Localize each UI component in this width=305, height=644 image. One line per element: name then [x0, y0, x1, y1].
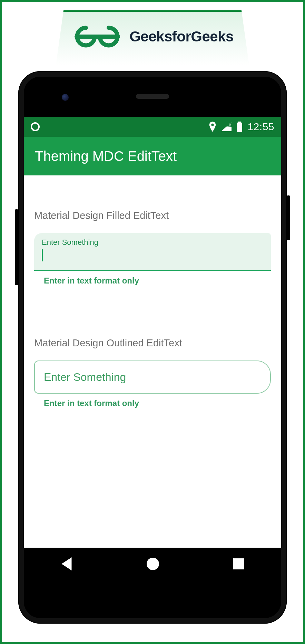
- svg-rect-3: [237, 123, 242, 132]
- filled-helper-text: Enter in text format only: [44, 276, 271, 286]
- content-area: Material Design Filled EditText Enter So…: [24, 175, 281, 549]
- filled-section-label: Material Design Filled EditText: [34, 210, 271, 221]
- filled-edittext[interactable]: Enter Something: [34, 233, 271, 271]
- system-indicator-icon: [31, 122, 40, 131]
- brand-row: GeeksforGeeks: [71, 24, 234, 49]
- statusbar-clock: 12:55: [247, 121, 274, 133]
- speaker-grille-icon: [136, 94, 169, 99]
- screen: × 12:55 Theming MDC EditText Material De…: [24, 117, 281, 549]
- signal-icon: ×: [221, 122, 232, 131]
- outlined-hint-label: Enter Something: [44, 371, 126, 384]
- nav-recent-button[interactable]: [233, 558, 244, 569]
- statusbar: × 12:55: [24, 117, 281, 137]
- svg-text:×: ×: [229, 122, 232, 127]
- location-icon: [209, 122, 216, 132]
- device-chin: [24, 580, 281, 618]
- brand-header: GeeksforGeeks: [2, 2, 303, 71]
- nav-home-button[interactable]: [147, 558, 159, 570]
- svg-rect-2: [238, 122, 241, 123]
- app-title: Theming MDC EditText: [35, 148, 177, 164]
- device-forehead: [24, 77, 281, 117]
- filled-hint-label: Enter Something: [42, 238, 263, 247]
- nav-back-button[interactable]: [61, 557, 72, 570]
- device-frame: × 12:55 Theming MDC EditText Material De…: [18, 71, 287, 624]
- power-button: [287, 195, 290, 240]
- gfg-logo-icon: [71, 24, 123, 49]
- front-camera-icon: [62, 94, 69, 101]
- volume-button: [15, 209, 18, 285]
- text-cursor-icon: [42, 249, 43, 261]
- brand-name: GeeksforGeeks: [129, 28, 234, 45]
- nav-bar: [24, 548, 281, 580]
- battery-icon: [236, 122, 243, 132]
- outlined-section-label: Material Design Outlined EditText: [34, 337, 271, 349]
- outlined-helper-text: Enter in text format only: [44, 398, 271, 408]
- outlined-edittext[interactable]: Enter Something: [34, 361, 271, 394]
- app-bar: Theming MDC EditText: [24, 137, 281, 175]
